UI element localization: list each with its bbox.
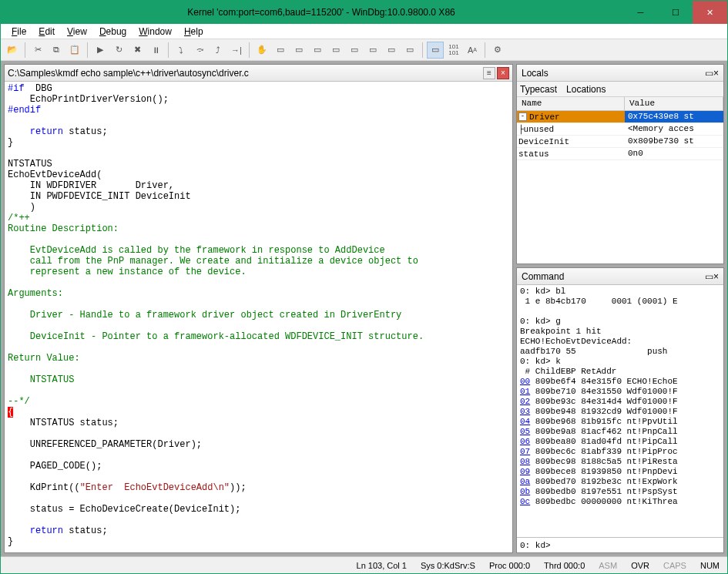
minimize-button[interactable]: ─ — [623, 1, 658, 24]
stack-frame-link[interactable]: 09 — [520, 467, 530, 476]
locals-window-icon[interactable]: ▭ — [309, 42, 326, 59]
stack-frame-link[interactable]: 0c — [520, 497, 530, 506]
stack-frame-link[interactable]: 01 — [520, 387, 530, 396]
watch-window-icon[interactable]: ▭ — [290, 42, 307, 59]
stack-frame-link[interactable]: 05 — [520, 427, 530, 436]
menu-file[interactable]: File — [7, 25, 31, 39]
restart-icon[interactable]: ↻ — [110, 42, 127, 59]
close-button[interactable]: ✕ — [693, 1, 727, 24]
menu-view[interactable]: View — [62, 25, 92, 39]
locals-value: 0n0 — [625, 148, 723, 159]
locals-name: unused — [524, 125, 555, 134]
memory-window-icon[interactable]: ▭ — [346, 42, 363, 59]
command-window-icon[interactable]: ▭ — [272, 42, 289, 59]
command-panel-menu-icon[interactable]: ▭ — [705, 271, 713, 282]
locals-name: Driver — [529, 112, 560, 122]
source-pane-close-icon[interactable]: × — [497, 67, 509, 79]
locals-typecast[interactable]: Typecast — [520, 84, 557, 95]
command-output[interactable]: 0: kd> bl 1 e 8b4cb170 0001 (0001) E 0: … — [517, 285, 723, 537]
breakpoint-toggle-icon[interactable]: ✋ — [253, 42, 270, 59]
stack-frame-link[interactable]: 0a — [520, 477, 530, 486]
locals-value: <Memory acces — [625, 123, 723, 135]
stack-frame-link[interactable]: 08 — [520, 457, 530, 466]
content-area: C:\Samples\kmdf echo sample\c++\driver\a… — [1, 61, 727, 556]
titlebar: Kernel 'com:port=com6,baud=115200' - Win… — [1, 1, 727, 24]
stack-frame-link[interactable]: 03 — [520, 407, 530, 416]
stack-frame-link[interactable]: 0b — [520, 487, 530, 496]
locals-name: DeviceInit — [518, 137, 569, 146]
paste-icon[interactable]: 📋 — [66, 42, 83, 59]
break-icon[interactable]: ⏸ — [147, 42, 164, 59]
toolbar: 📂 ✂ ⧉ 📋 ▶ ↻ ✖ ⏸ ⤵ ⤼ ⤴ →| ✋ ▭ ▭ ▭ ▭ ▭ ▭ ▭… — [1, 39, 727, 61]
stack-frame-link[interactable]: 02 — [520, 397, 530, 406]
step-out-icon[interactable]: ⤴ — [210, 42, 226, 59]
step-over-icon[interactable]: ⤼ — [191, 42, 208, 59]
locals-value: 0x75c439e8 st — [625, 111, 723, 123]
locals-panel-close-icon[interactable]: × — [713, 68, 719, 79]
command-prompt: 0: kd> — [520, 541, 551, 550]
copy-icon[interactable]: ⧉ — [48, 42, 65, 59]
locals-name: status — [518, 149, 549, 159]
status-asm: ASM — [595, 561, 620, 570]
step-into-icon[interactable]: ⤵ — [173, 42, 190, 59]
locals-row[interactable]: status0n0 — [517, 148, 723, 160]
locals-locations[interactable]: Locations — [566, 84, 606, 95]
stack-frame-link[interactable]: 07 — [520, 447, 530, 456]
maximize-button[interactable]: ☐ — [658, 1, 693, 24]
source-pane-menu-icon[interactable]: ≡ — [483, 67, 495, 79]
status-sys: Sys 0:KdSrv:S — [418, 561, 478, 570]
stack-frame-link[interactable]: 00 — [520, 377, 530, 386]
callstack-window-icon[interactable]: ▭ — [364, 42, 381, 59]
command-panel-close-icon[interactable]: × — [713, 271, 719, 282]
locals-row[interactable]: -Driver0x75c439e8 st — [517, 111, 723, 123]
binary-mode-icon[interactable]: 101101 — [445, 42, 462, 59]
locals-value: 0x809be730 st — [625, 136, 723, 147]
statusbar: Ln 103, Col 1 Sys 0:KdSrv:S Proc 000:0 T… — [1, 556, 727, 573]
open-icon[interactable]: 📂 — [4, 42, 21, 59]
locals-row[interactable]: ├ unused<Memory acces — [517, 123, 723, 136]
status-ovr: OVR — [628, 561, 653, 570]
command-input[interactable] — [554, 541, 720, 550]
menu-debug[interactable]: Debug — [95, 25, 131, 39]
command-input-row: 0: kd> — [517, 537, 723, 552]
locals-title: Locals ▭ × — [517, 65, 723, 82]
stop-icon[interactable]: ✖ — [129, 42, 146, 59]
stack-frame-link[interactable]: 04 — [520, 417, 530, 426]
menu-help[interactable]: Help — [179, 25, 208, 39]
source-mode-icon[interactable]: ▭ — [427, 42, 444, 59]
registers-window-icon[interactable]: ▭ — [327, 42, 344, 59]
window-controls: ─ ☐ ✕ — [623, 1, 727, 24]
menu-edit[interactable]: Edit — [34, 25, 59, 39]
locals-panel: Locals ▭ × Typecast Locations Name Value… — [516, 64, 724, 264]
status-thrd: Thrd 000:0 — [541, 561, 588, 570]
source-path: C:\Samples\kmdf echo sample\c++\driver\a… — [8, 68, 481, 79]
command-title: Command ▭ × — [517, 268, 723, 285]
menubar: File Edit View Debug Window Help — [1, 24, 727, 39]
source-pane-header: C:\Samples\kmdf echo sample\c++\driver\a… — [5, 65, 512, 82]
disasm-window-icon[interactable]: ▭ — [383, 42, 400, 59]
right-pane: Locals ▭ × Typecast Locations Name Value… — [516, 64, 724, 553]
locals-grid[interactable]: Name Value -Driver0x75c439e8 st ├ unused… — [517, 97, 723, 264]
run-to-cursor-icon[interactable]: →| — [228, 42, 245, 59]
status-proc: Proc 000:0 — [486, 561, 533, 570]
status-num: NUM — [697, 561, 723, 570]
locals-header: Name Value — [517, 97, 723, 111]
locals-row[interactable]: DeviceInit0x809be730 st — [517, 136, 723, 148]
options-icon[interactable]: ⚙ — [489, 42, 506, 59]
command-panel: Command ▭ × 0: kd> bl 1 e 8b4cb170 0001 … — [516, 267, 724, 553]
status-caps: CAPS — [660, 561, 689, 570]
locals-toolbar: Typecast Locations — [517, 82, 723, 97]
cut-icon[interactable]: ✂ — [29, 42, 46, 59]
source-pane: C:\Samples\kmdf echo sample\c++\driver\a… — [4, 64, 513, 553]
font-icon[interactable]: AA — [464, 42, 481, 59]
expand-icon[interactable]: - — [518, 112, 527, 121]
go-icon[interactable]: ▶ — [92, 42, 109, 59]
status-cursor: Ln 103, Col 1 — [354, 561, 410, 570]
window-title: Kernel 'com:port=com6,baud=115200' - Win… — [19, 7, 623, 18]
source-code[interactable]: #if DBG EchoPrintDriverVersion(); #endif… — [5, 82, 512, 552]
scratch-window-icon[interactable]: ▭ — [401, 42, 418, 59]
locals-panel-menu-icon[interactable]: ▭ — [705, 68, 713, 79]
stack-frame-link[interactable]: 06 — [520, 437, 530, 446]
menu-window[interactable]: Window — [134, 25, 176, 39]
